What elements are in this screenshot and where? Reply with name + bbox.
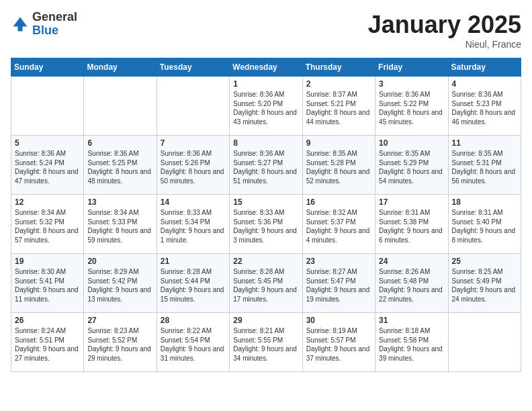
cell-details: Sunrise: 8:19 AM Sunset: 5:57 PM Dayligh…: [306, 326, 371, 363]
day-number: 5: [15, 138, 80, 148]
cell-details: Sunrise: 8:34 AM Sunset: 5:32 PM Dayligh…: [15, 208, 80, 244]
day-number: 27: [87, 316, 152, 325]
day-number: 29: [233, 316, 298, 325]
weekday-header-saturday: Saturday: [448, 58, 521, 77]
day-number: 9: [306, 138, 371, 148]
day-number: 18: [452, 197, 517, 207]
calendar-cell: 16Sunrise: 8:32 AM Sunset: 5:37 PM Dayli…: [302, 195, 375, 254]
calendar-cell: 8Sunrise: 8:36 AM Sunset: 5:27 PM Daylig…: [230, 136, 302, 195]
page-header: General Blue January 2025 Nieul, France: [11, 11, 521, 50]
calendar-cell: 30Sunrise: 8:19 AM Sunset: 5:57 PM Dayli…: [302, 313, 375, 372]
cell-details: Sunrise: 8:32 AM Sunset: 5:37 PM Dayligh…: [306, 208, 371, 244]
cell-details: Sunrise: 8:35 AM Sunset: 5:28 PM Dayligh…: [306, 149, 371, 185]
calendar-cell: 21Sunrise: 8:28 AM Sunset: 5:44 PM Dayli…: [157, 254, 229, 313]
calendar-cell: 31Sunrise: 8:18 AM Sunset: 5:58 PM Dayli…: [375, 313, 448, 372]
calendar-cell: 9Sunrise: 8:35 AM Sunset: 5:28 PM Daylig…: [302, 136, 375, 195]
week-row-4: 19Sunrise: 8:30 AM Sunset: 5:41 PM Dayli…: [11, 254, 521, 313]
weekday-header-wednesday: Wednesday: [230, 58, 302, 77]
calendar-cell: 6Sunrise: 8:36 AM Sunset: 5:25 PM Daylig…: [84, 136, 157, 195]
calendar-table: SundayMondayTuesdayWednesdayThursdayFrid…: [11, 58, 521, 372]
day-number: 28: [161, 316, 226, 325]
day-number: 30: [306, 316, 371, 325]
calendar-cell: 17Sunrise: 8:31 AM Sunset: 5:38 PM Dayli…: [375, 195, 448, 254]
svg-marker-0: [13, 17, 28, 31]
weekday-header-tuesday: Tuesday: [157, 58, 229, 77]
day-number: 12: [15, 197, 80, 207]
cell-details: Sunrise: 8:36 AM Sunset: 5:20 PM Dayligh…: [233, 90, 298, 126]
calendar-cell: [84, 77, 157, 136]
month-title: January 2025: [368, 11, 521, 39]
cell-details: Sunrise: 8:26 AM Sunset: 5:48 PM Dayligh…: [379, 267, 444, 304]
day-number: 1: [233, 79, 298, 89]
cell-details: Sunrise: 8:36 AM Sunset: 5:24 PM Dayligh…: [15, 149, 80, 185]
weekday-header-row: SundayMondayTuesdayWednesdayThursdayFrid…: [11, 58, 521, 77]
calendar-cell: 27Sunrise: 8:23 AM Sunset: 5:52 PM Dayli…: [84, 313, 157, 372]
calendar-cell: 1Sunrise: 8:36 AM Sunset: 5:20 PM Daylig…: [230, 77, 302, 136]
weekday-header-sunday: Sunday: [11, 58, 84, 77]
logo-icon: [11, 15, 30, 34]
calendar-cell: [157, 77, 229, 136]
day-number: 22: [233, 257, 298, 266]
title-block: January 2025 Nieul, France: [368, 11, 521, 50]
cell-details: Sunrise: 8:37 AM Sunset: 5:21 PM Dayligh…: [306, 90, 371, 126]
day-number: 19: [15, 257, 80, 266]
calendar-cell: 19Sunrise: 8:30 AM Sunset: 5:41 PM Dayli…: [11, 254, 84, 313]
calendar-cell: [11, 77, 84, 136]
calendar-cell: 5Sunrise: 8:36 AM Sunset: 5:24 PM Daylig…: [11, 136, 84, 195]
logo-general-text: General: [32, 10, 77, 24]
day-number: 17: [379, 197, 444, 207]
cell-details: Sunrise: 8:28 AM Sunset: 5:45 PM Dayligh…: [233, 267, 298, 304]
cell-details: Sunrise: 8:25 AM Sunset: 5:49 PM Dayligh…: [452, 267, 517, 304]
location: Nieul, France: [368, 39, 521, 50]
day-number: 2: [306, 79, 371, 89]
calendar-cell: 10Sunrise: 8:35 AM Sunset: 5:29 PM Dayli…: [375, 136, 448, 195]
cell-details: Sunrise: 8:31 AM Sunset: 5:40 PM Dayligh…: [452, 208, 517, 244]
cell-details: Sunrise: 8:36 AM Sunset: 5:22 PM Dayligh…: [379, 90, 444, 126]
calendar-cell: 15Sunrise: 8:33 AM Sunset: 5:36 PM Dayli…: [230, 195, 302, 254]
day-number: 15: [233, 197, 298, 207]
calendar-cell: 29Sunrise: 8:21 AM Sunset: 5:55 PM Dayli…: [230, 313, 302, 372]
calendar-cell: [448, 313, 521, 372]
calendar-cell: 24Sunrise: 8:26 AM Sunset: 5:48 PM Dayli…: [375, 254, 448, 313]
cell-details: Sunrise: 8:22 AM Sunset: 5:54 PM Dayligh…: [161, 326, 226, 363]
day-number: 4: [452, 79, 517, 89]
day-number: 7: [161, 138, 226, 148]
calendar-cell: 26Sunrise: 8:24 AM Sunset: 5:51 PM Dayli…: [11, 313, 84, 372]
day-number: 23: [306, 257, 371, 266]
week-row-5: 26Sunrise: 8:24 AM Sunset: 5:51 PM Dayli…: [11, 313, 521, 372]
day-number: 13: [87, 197, 152, 207]
calendar-cell: 18Sunrise: 8:31 AM Sunset: 5:40 PM Dayli…: [448, 195, 521, 254]
cell-details: Sunrise: 8:35 AM Sunset: 5:31 PM Dayligh…: [452, 149, 517, 185]
cell-details: Sunrise: 8:27 AM Sunset: 5:47 PM Dayligh…: [306, 267, 371, 304]
day-number: 24: [379, 257, 444, 266]
cell-details: Sunrise: 8:36 AM Sunset: 5:23 PM Dayligh…: [452, 90, 517, 126]
day-number: 11: [452, 138, 517, 148]
cell-details: Sunrise: 8:24 AM Sunset: 5:51 PM Dayligh…: [15, 326, 80, 363]
calendar-cell: 7Sunrise: 8:36 AM Sunset: 5:26 PM Daylig…: [157, 136, 229, 195]
calendar-cell: 13Sunrise: 8:34 AM Sunset: 5:33 PM Dayli…: [84, 195, 157, 254]
calendar-cell: 23Sunrise: 8:27 AM Sunset: 5:47 PM Dayli…: [302, 254, 375, 313]
cell-details: Sunrise: 8:33 AM Sunset: 5:36 PM Dayligh…: [233, 208, 298, 244]
cell-details: Sunrise: 8:36 AM Sunset: 5:27 PM Dayligh…: [233, 149, 298, 185]
logo-blue-text: Blue: [32, 24, 58, 37]
calendar-cell: 14Sunrise: 8:33 AM Sunset: 5:34 PM Dayli…: [157, 195, 229, 254]
calendar-cell: 20Sunrise: 8:29 AM Sunset: 5:42 PM Dayli…: [84, 254, 157, 313]
day-number: 25: [452, 257, 517, 266]
cell-details: Sunrise: 8:18 AM Sunset: 5:58 PM Dayligh…: [379, 326, 444, 363]
day-number: 21: [161, 257, 226, 266]
day-number: 31: [379, 316, 444, 325]
week-row-3: 12Sunrise: 8:34 AM Sunset: 5:32 PM Dayli…: [11, 195, 521, 254]
calendar-cell: 11Sunrise: 8:35 AM Sunset: 5:31 PM Dayli…: [448, 136, 521, 195]
day-number: 6: [87, 138, 152, 148]
weekday-header-thursday: Thursday: [302, 58, 375, 77]
day-number: 8: [233, 138, 298, 148]
calendar-cell: 12Sunrise: 8:34 AM Sunset: 5:32 PM Dayli…: [11, 195, 84, 254]
cell-details: Sunrise: 8:36 AM Sunset: 5:25 PM Dayligh…: [87, 149, 152, 185]
cell-details: Sunrise: 8:28 AM Sunset: 5:44 PM Dayligh…: [161, 267, 226, 304]
calendar-cell: 22Sunrise: 8:28 AM Sunset: 5:45 PM Dayli…: [230, 254, 302, 313]
logo: General Blue: [11, 11, 77, 38]
weekday-header-friday: Friday: [375, 58, 448, 77]
cell-details: Sunrise: 8:29 AM Sunset: 5:42 PM Dayligh…: [87, 267, 152, 304]
cell-details: Sunrise: 8:34 AM Sunset: 5:33 PM Dayligh…: [87, 208, 152, 244]
cell-details: Sunrise: 8:36 AM Sunset: 5:26 PM Dayligh…: [161, 149, 226, 185]
